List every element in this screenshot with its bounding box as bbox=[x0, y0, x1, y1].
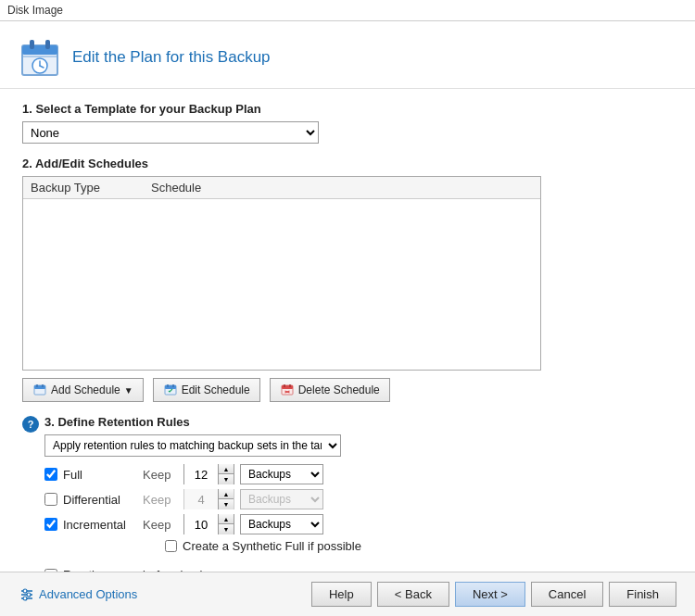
delete-schedule-icon bbox=[280, 383, 295, 397]
col-backup-type: Backup Type bbox=[31, 181, 151, 195]
advanced-options-icon bbox=[19, 586, 35, 603]
incr-backups-select[interactable]: Backups bbox=[240, 514, 323, 534]
incr-keep-label: Keep bbox=[143, 518, 178, 532]
footer-buttons: Help < Back Next > Cancel Finish bbox=[311, 582, 676, 607]
diff-spinner-up[interactable]: ▲ bbox=[219, 489, 234, 499]
schedule-buttons: Add Schedule ▼ Edit Schedule bbox=[22, 378, 673, 402]
svg-point-26 bbox=[27, 593, 31, 597]
retention-rules-select[interactable]: Apply retention rules to matching backup… bbox=[44, 434, 341, 457]
calendar-icon bbox=[19, 36, 61, 79]
title-bar: Disk Image bbox=[0, 0, 695, 21]
add-schedule-icon bbox=[32, 383, 47, 397]
retention-dropdown-row: Apply retention rules to matching backup… bbox=[44, 434, 673, 457]
full-spinner-down[interactable]: ▼ bbox=[219, 474, 234, 484]
incr-spinner-input[interactable] bbox=[184, 514, 218, 534]
incr-spinner: ▲ ▼ bbox=[183, 514, 234, 534]
incr-spinner-down[interactable]: ▼ bbox=[219, 524, 234, 534]
incremental-label: Incremental bbox=[63, 518, 137, 532]
delete-schedule-button[interactable]: Delete Schedule bbox=[270, 378, 390, 402]
add-schedule-button[interactable]: Add Schedule ▼ bbox=[22, 378, 144, 402]
schedule-table: Backup Type Schedule bbox=[22, 176, 541, 371]
incr-spinner-up[interactable]: ▲ bbox=[219, 514, 234, 524]
retention-section: ? 3. Define Retention Rules Apply retent… bbox=[22, 415, 673, 559]
full-backups-select[interactable]: Backups bbox=[240, 464, 323, 484]
next-button[interactable]: Next > bbox=[455, 582, 525, 607]
svg-rect-13 bbox=[165, 385, 176, 389]
svg-rect-17 bbox=[282, 385, 293, 389]
diff-spinner-down[interactable]: ▼ bbox=[219, 499, 234, 509]
help-icon[interactable]: ? bbox=[22, 416, 39, 433]
full-checkbox[interactable] bbox=[44, 468, 57, 481]
full-spinner-input[interactable] bbox=[184, 464, 218, 484]
delete-schedule-label: Delete Schedule bbox=[298, 383, 380, 396]
svg-rect-2 bbox=[30, 40, 34, 49]
diff-backups-select[interactable]: Backups bbox=[240, 489, 323, 509]
diff-keep-label: Keep bbox=[143, 493, 178, 507]
dialog: Disk Image Edit the Plan for this Backup… bbox=[0, 0, 695, 616]
title-bar-text: Disk Image bbox=[7, 4, 63, 17]
template-section: 1. Select a Template for your Backup Pla… bbox=[22, 102, 673, 144]
advanced-options-link[interactable]: Advanced Options bbox=[19, 586, 137, 603]
edit-schedule-icon bbox=[163, 383, 178, 397]
incr-spinner-buttons: ▲ ▼ bbox=[218, 514, 234, 534]
svg-point-27 bbox=[23, 597, 27, 600]
schedule-table-header: Backup Type Schedule bbox=[23, 177, 540, 199]
dialog-content: 1. Select a Template for your Backup Pla… bbox=[0, 89, 695, 572]
svg-rect-3 bbox=[45, 40, 50, 49]
cancel-button[interactable]: Cancel bbox=[531, 582, 603, 607]
differential-retention-row: Differential Keep ▲ ▼ Backups bbox=[44, 489, 673, 509]
col-schedule: Schedule bbox=[151, 181, 533, 195]
diff-spinner: ▲ ▼ bbox=[183, 489, 234, 509]
header-title: Edit the Plan for this Backup bbox=[72, 48, 271, 67]
incremental-retention-row: Incremental Keep ▲ ▼ Backups bbox=[44, 514, 673, 534]
differential-checkbox[interactable] bbox=[44, 493, 57, 506]
diff-spinner-input[interactable] bbox=[184, 489, 218, 509]
retention-content: 3. Define Retention Rules Apply retentio… bbox=[44, 415, 673, 559]
template-select[interactable]: None bbox=[22, 121, 319, 144]
retention-label: 3. Define Retention Rules bbox=[44, 415, 673, 429]
full-spinner: ▲ ▼ bbox=[183, 464, 234, 484]
dialog-header: Edit the Plan for this Backup bbox=[0, 21, 695, 89]
full-keep-label: Keep bbox=[143, 468, 178, 482]
synthetic-checkbox[interactable] bbox=[165, 540, 177, 552]
svg-rect-1 bbox=[22, 45, 57, 55]
schedule-table-body bbox=[23, 199, 540, 366]
incremental-checkbox[interactable] bbox=[44, 518, 57, 531]
full-label: Full bbox=[63, 468, 137, 482]
diff-spinner-buttons: ▲ ▼ bbox=[218, 489, 234, 509]
add-schedule-dropdown-arrow: ▼ bbox=[124, 385, 133, 396]
schedules-label: 2. Add/Edit Schedules bbox=[22, 157, 673, 170]
svg-point-25 bbox=[23, 589, 27, 593]
schedules-section: 2. Add/Edit Schedules Backup Type Schedu… bbox=[22, 157, 673, 402]
full-retention-row: Full Keep ▲ ▼ Backups bbox=[44, 464, 673, 484]
dialog-footer: Advanced Options Help < Back Next > Canc… bbox=[0, 572, 695, 616]
synthetic-label: Create a Synthetic Full if possible bbox=[183, 539, 361, 553]
add-schedule-label: Add Schedule bbox=[51, 383, 120, 396]
help-button[interactable]: Help bbox=[311, 582, 372, 607]
advanced-options-text: Advanced Options bbox=[39, 587, 137, 601]
full-spinner-buttons: ▲ ▼ bbox=[218, 464, 234, 484]
synthetic-row: Create a Synthetic Full if possible bbox=[165, 539, 673, 553]
svg-rect-9 bbox=[34, 385, 45, 389]
template-label: 1. Select a Template for your Backup Pla… bbox=[22, 102, 673, 116]
differential-label: Differential bbox=[63, 493, 137, 507]
full-spinner-up[interactable]: ▲ bbox=[219, 464, 234, 474]
back-button[interactable]: < Back bbox=[377, 582, 449, 607]
edit-schedule-label: Edit Schedule bbox=[182, 383, 250, 396]
finish-button[interactable]: Finish bbox=[609, 582, 676, 607]
edit-schedule-button[interactable]: Edit Schedule bbox=[153, 378, 260, 402]
